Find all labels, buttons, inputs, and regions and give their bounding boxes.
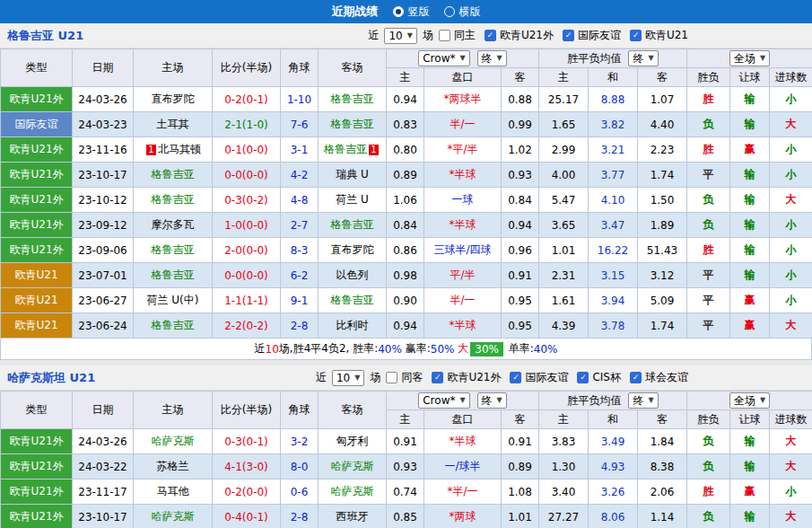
radio-horizontal-layout[interactable]: 横版 — [444, 4, 481, 20]
cell-text: 1-1(1-1) — [224, 295, 268, 307]
cell-text: 欧青U21外 — [9, 193, 63, 206]
team-name-link[interactable]: 哈萨克斯坦 U21 — [7, 370, 95, 386]
final-odds-select[interactable]: 终▼ — [477, 392, 507, 409]
cell-text: *半球 — [450, 168, 476, 180]
cell-text: *半/一 — [447, 485, 477, 497]
cell-date: 23-06-27 — [73, 288, 134, 313]
cell-text: 格鲁吉亚 — [152, 193, 195, 206]
cell-l: 51.43 — [638, 238, 687, 263]
checkbox-checked-icon[interactable]: ✓ — [510, 372, 521, 383]
cell-date: 24-03-22 — [73, 454, 134, 480]
games-count-select[interactable]: 10▼ — [384, 28, 416, 44]
cell-home: 格鲁吉亚 — [134, 163, 213, 188]
cell-w: 3.83 — [539, 429, 589, 454]
checkbox-checked-icon[interactable]: ✓ — [432, 372, 443, 383]
checkbox-checked-icon[interactable]: ✓ — [630, 372, 642, 383]
cell-res: 负 — [687, 505, 730, 528]
cell-hr: 输 — [730, 454, 770, 480]
cell-text: 大 — [786, 435, 797, 447]
cell-text: 一/球半 — [444, 460, 480, 472]
col-header-odds-away: 客 — [502, 410, 539, 429]
match-row: 欧青U21外23-11-161北马其顿0-1(0-0)3-1格鲁吉亚10.80*… — [1, 137, 812, 163]
checkbox-label: 欧青U21外 — [447, 370, 501, 385]
radio-checked-icon[interactable] — [393, 6, 404, 17]
checkbox-checked-icon[interactable]: ✓ — [630, 30, 642, 41]
cell-text: 格鲁吉亚 — [331, 92, 374, 105]
cell-res: 平 — [687, 163, 730, 188]
summary-segment: 赢率: — [402, 341, 431, 356]
filter-checkbox-同主[interactable]: 同主 — [439, 28, 476, 43]
checkbox-unchecked-icon[interactable] — [439, 30, 450, 41]
filter-checkbox-CIS杯[interactable]: ✓CIS杯 — [577, 370, 621, 385]
cell-d: 3.15 — [589, 263, 638, 288]
filter-checkbox-同客[interactable]: 同客 — [386, 370, 423, 385]
cell-l: 1.14 — [638, 505, 687, 528]
checkbox-unchecked-icon[interactable] — [386, 372, 397, 383]
summary-segment: 场,胜4平4负2, — [279, 341, 353, 356]
games-unit-label: 场 — [423, 28, 433, 43]
cell-res: 平 — [687, 313, 730, 339]
cell-text: 格鲁吉亚 — [152, 168, 195, 180]
match-row: 欧青U2123-06-27荷兰 U(中)1-1(1-1)9-1格鲁吉亚0.90半… — [1, 288, 812, 313]
fulltime-select[interactable]: 全场▼ — [729, 392, 770, 409]
cell-oh: 0.90 — [387, 288, 424, 313]
filter-checkbox-国际友谊[interactable]: ✓国际友谊 — [563, 28, 621, 43]
checkbox-label: 欧青U21 — [645, 28, 688, 43]
filter-checkbox-欧青U21[interactable]: ✓欧青U21 — [630, 28, 688, 43]
checkbox-checked-icon[interactable]: ✓ — [577, 372, 589, 383]
final-odds-select[interactable]: 终▼ — [628, 50, 658, 66]
cell-text: 赢 — [745, 319, 755, 331]
cell-oa: 0.95 — [502, 288, 539, 313]
filter-checkbox-球会友谊[interactable]: ✓球会友谊 — [630, 370, 688, 385]
col-header-corner: 角球 — [281, 392, 319, 429]
filter-checkbox-欧青U21外[interactable]: ✓欧青U21外 — [485, 28, 554, 43]
cell-date: 23-06-24 — [73, 313, 134, 339]
checkbox-checked-icon[interactable]: ✓ — [485, 30, 496, 41]
cell-l: 5.09 — [638, 288, 687, 313]
cell-corner: 9-1 — [281, 288, 319, 313]
cell-corner: 4-8 — [281, 188, 319, 213]
match-row: 国际友谊24-03-23土耳其2-1(1-0)7-6格鲁吉亚0.83半/一0.9… — [1, 112, 812, 137]
cell-type: 欧青U21 — [1, 288, 73, 313]
cell-oa: 0.99 — [502, 112, 539, 137]
team-name-link[interactable]: 格鲁吉亚 U21 — [7, 28, 83, 44]
final-odds-select[interactable]: 终▼ — [628, 392, 658, 409]
bookmaker-select[interactable]: Crow*▼ — [418, 392, 469, 409]
cell-text: 欧青U21 — [14, 319, 57, 331]
col-header-handicap-result: 让球 — [730, 68, 770, 87]
radio-unchecked-icon[interactable] — [444, 6, 455, 17]
cell-text: 输 — [745, 118, 755, 130]
cell-d: 3.21 — [589, 137, 638, 163]
cell-oh: 0.74 — [387, 480, 424, 505]
near-label: 近 — [368, 28, 379, 43]
chevron-down-icon: ▼ — [760, 394, 765, 407]
cell-corner: 1-10 — [281, 87, 319, 112]
filter-checkbox-欧青U21外[interactable]: ✓欧青U21外 — [432, 370, 501, 385]
cell-text: 大 — [786, 510, 797, 523]
col-header-avg-win: 主 — [539, 68, 589, 87]
cell-g: 小 — [770, 263, 812, 288]
match-row: 欧青U21外23-10-17格鲁吉亚0-0(0-0)4-2瑞典 U0.89*半球… — [1, 163, 812, 188]
filter-checkbox-国际友谊[interactable]: ✓国际友谊 — [510, 370, 568, 385]
table-body-kazakhstan: 欧青U21外24-03-26哈萨克斯0-3(0-1)3-2匈牙利0.91*半球0… — [1, 429, 812, 528]
cell-w: 4.39 — [539, 313, 589, 339]
col-header-corner: 角球 — [281, 49, 319, 87]
cell-pk: *半球 — [424, 429, 502, 454]
cell-away: 比利时 — [319, 313, 387, 339]
games-count-select[interactable]: 10▼ — [332, 370, 364, 386]
cell-text: 胜 — [703, 92, 714, 105]
fulltime-select[interactable]: 全场▼ — [729, 50, 770, 66]
cell-text: 小 — [786, 294, 797, 306]
cell-text: 负 — [703, 460, 714, 472]
checkbox-label: 欧青U21外 — [500, 28, 554, 43]
summary-segment: 40% — [534, 343, 558, 356]
cell-home: 马耳他 — [134, 480, 213, 505]
radio-vertical-layout[interactable]: 竖版 — [393, 4, 430, 20]
bookmaker-select[interactable]: Crow*▼ — [418, 50, 469, 66]
col-header-home: 主场 — [134, 49, 213, 87]
checkbox-checked-icon[interactable]: ✓ — [563, 30, 574, 41]
cell-text: 负 — [703, 118, 714, 130]
final-odds-select[interactable]: 终▼ — [477, 50, 507, 66]
match-row: 欧青U2123-06-24格鲁吉亚2-2(0-2)2-8比利时0.94*半球0.… — [1, 313, 812, 339]
bookmaker-value: Crow* — [423, 394, 455, 407]
